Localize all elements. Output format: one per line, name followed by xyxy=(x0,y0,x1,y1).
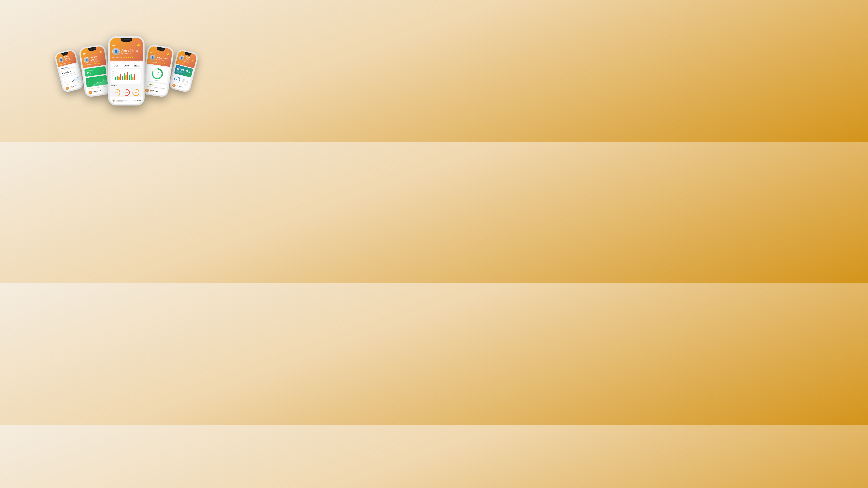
total-product-icon-far-left: 🏷 xyxy=(65,86,69,90)
total-product-icon-fr: 🏷 xyxy=(172,84,176,88)
stat-products: Products 35012 xyxy=(134,63,140,67)
svg-text:2012: 2012 xyxy=(63,79,65,80)
notch-speaker-rc xyxy=(159,48,165,50)
location-rc: Los Angeles xyxy=(149,61,157,63)
svg-rect-42 xyxy=(130,74,132,80)
consumers-icon: 📦 xyxy=(112,99,116,102)
hamburger-icon-lc[interactable] xyxy=(83,53,86,55)
svg-rect-41 xyxy=(129,75,130,80)
stars-lc: ★★★★★ xyxy=(93,62,100,65)
total-product-icon-lc: 🏷 xyxy=(88,91,92,95)
bell-icon-c[interactable]: 🔔 xyxy=(137,43,141,46)
total-product-icon-rc: 🏷 xyxy=(145,88,149,93)
consumers-sub: American area xyxy=(117,101,127,102)
screen-far-left: 👤 Annie Christ Los Angeles Los Angeles xyxy=(55,50,83,92)
notch-speaker-lc xyxy=(90,48,96,50)
consumers-title: Total consumers xyxy=(117,99,127,101)
svg-text:80: 80 xyxy=(112,76,113,77)
svg-text:78: 78 xyxy=(156,71,159,74)
email-icon-lc: ✉ xyxy=(102,69,104,72)
svg-text:0: 0 xyxy=(112,78,113,79)
cat-value-lc: 210 xyxy=(87,71,94,75)
tab-total-graph-lc[interactable]: Total Graph xyxy=(88,88,93,89)
notch-camera-fr xyxy=(185,53,186,54)
notch-speaker xyxy=(63,53,68,55)
phone-left-center: 🔔 👤 Annie Christ Los Angeles xyxy=(79,44,112,98)
screen-right-center: 🔔 👤 Annie Christ Los Angeles xyxy=(143,46,173,96)
statistic-title: Statistic xyxy=(111,85,142,86)
svg-text:250: 250 xyxy=(87,80,89,82)
user-name-center: Annie Christ xyxy=(121,49,138,52)
avatar-center: 👤 xyxy=(112,48,120,55)
donut-78: 78 % xyxy=(150,67,164,81)
svg-text:240: 240 xyxy=(112,73,114,74)
tab-amazon-lc[interactable]: Amazon xyxy=(103,86,107,87)
svg-rect-38 xyxy=(124,73,125,80)
teal-plus-fr[interactable]: + xyxy=(188,71,191,74)
stat-circles: 42% Total Graph 53% xyxy=(111,88,142,97)
svg-rect-44 xyxy=(134,73,135,80)
tab-a-far-left[interactable]: A... xyxy=(78,81,80,82)
tab-partner-lc[interactable]: Partner xyxy=(96,87,100,88)
user-city-center: Los Angeles xyxy=(121,52,138,54)
svg-text:2014: 2014 xyxy=(64,82,66,83)
svg-rect-36 xyxy=(120,74,121,80)
hamburger-icon-c[interactable] xyxy=(112,44,116,46)
tab-partner-far-left[interactable]: Partner xyxy=(72,82,75,84)
location-center: Los Angeles xyxy=(112,56,122,58)
bell-icon-rc[interactable]: 🔔 xyxy=(166,53,170,56)
tab-partner-fr[interactable]: Partner xyxy=(178,82,181,84)
svg-text:53%: 53% xyxy=(125,92,128,94)
svg-rect-33 xyxy=(115,77,116,80)
notch-camera-rc xyxy=(157,48,158,49)
circle-42: 42% xyxy=(113,89,121,96)
svg-text:300: 300 xyxy=(112,71,114,72)
notch-camera xyxy=(61,54,63,55)
svg-rect-35 xyxy=(118,76,120,80)
avatar-lc: 👤 xyxy=(84,57,90,63)
phone-center: 🔔 👤 Annie Christ Los Angeles xyxy=(108,36,145,105)
bell-icon-fr[interactable]: 🔔 xyxy=(191,59,194,62)
svg-text:2013: 2013 xyxy=(64,80,65,82)
consumers-bar: 📦 Total consumers American area 1.039.00… xyxy=(110,97,143,104)
hamburger-icon-rc[interactable] xyxy=(150,51,153,53)
svg-text:150: 150 xyxy=(88,84,89,85)
notch-speaker-fr xyxy=(186,53,191,55)
avatar-far-left: 👤 xyxy=(58,57,64,63)
consumers-value: 1.039.000 xyxy=(134,100,141,101)
location-lc: Los Angeles xyxy=(84,63,92,66)
notch-camera-c xyxy=(122,39,123,40)
category-card-lc: Categories 210 ✉ xyxy=(84,66,106,77)
svg-rect-37 xyxy=(122,76,123,80)
avatar-fr: 👤 xyxy=(179,55,185,61)
screen-far-right: 👤 Annie Christ Los Angeles 🔔 ★★★★★ xyxy=(170,50,197,92)
stat-categories: Categories 210 xyxy=(113,63,119,67)
svg-text:314: 314 xyxy=(176,78,179,81)
svg-rect-39 xyxy=(125,75,127,80)
notch-speaker-c xyxy=(124,39,131,40)
phone-right-center: 🔔 👤 Annie Christ Los Angeles xyxy=(141,44,175,98)
screen-center: 🔔 👤 Annie Christ Los Angeles xyxy=(110,38,143,104)
bell-icon-lc[interactable]: 🔔 xyxy=(99,50,102,54)
tab-amazon-fr[interactable]: Amazon xyxy=(184,84,188,86)
svg-text:78%: 78% xyxy=(134,92,137,94)
svg-rect-34 xyxy=(117,76,118,80)
stars-far-left: ★★ xyxy=(67,61,70,64)
tab-amazon-rc[interactable]: Amazon xyxy=(161,88,165,89)
bar-chart-center: 300 240 160 80 0 xyxy=(112,70,142,83)
svg-text:160: 160 xyxy=(112,75,114,76)
stars-center: ★★★★★ xyxy=(124,56,133,59)
circle-78: 78% xyxy=(132,89,140,96)
donut-card-rc: 78 % Amazon xyxy=(146,65,169,84)
notch-camera-lc xyxy=(88,49,89,50)
tab-total-graph-rc[interactable]: Total Graph xyxy=(146,86,151,88)
svg-rect-40 xyxy=(127,72,128,80)
tab-h-fr[interactable]: h xyxy=(174,81,174,82)
stat-consumers: Consumers 7000 xyxy=(123,63,129,67)
circle-53: 53% xyxy=(123,89,130,96)
phones-container: 👤 Annie Christ Los Angeles Los Angeles xyxy=(0,0,253,141)
tab-partner-rc[interactable]: Partner xyxy=(154,87,158,88)
avatar-rc: 👤 xyxy=(150,54,156,61)
svg-text:200: 200 xyxy=(87,82,89,83)
stars-rc: ★★★★★ xyxy=(158,62,165,64)
